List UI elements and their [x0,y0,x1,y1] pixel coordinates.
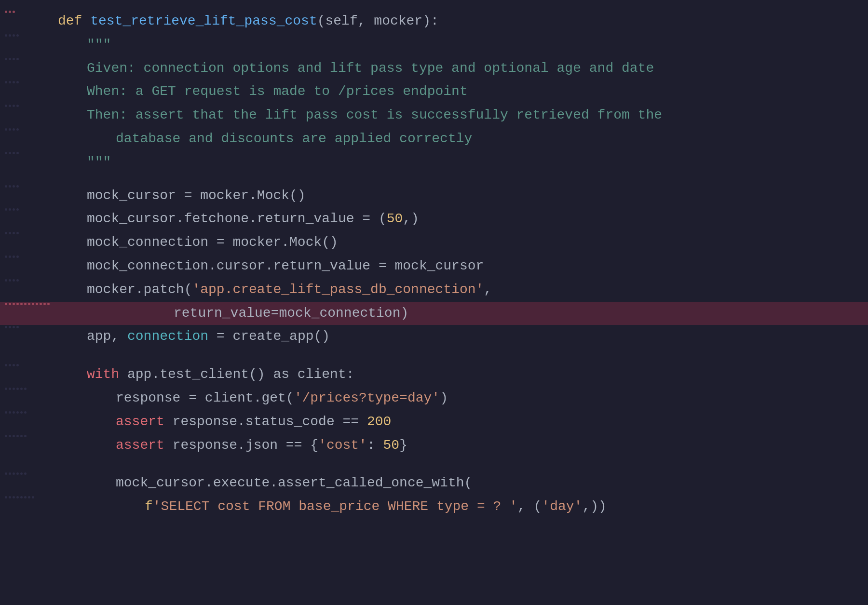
gutter-20 [0,496,58,498]
gutter-7 [0,152,58,154]
code-line-6: database and discounts are applied corre… [0,127,868,151]
code-line-4: When: a GET request is made to /prices e… [0,80,868,104]
line-content-13: return_value=mock_connection) [58,303,868,324]
line-content-6: database and discounts are applied corre… [58,128,868,150]
code-line-empty1 [0,175,868,184]
code-line-12: mocker.patch('app.create_lift_pass_db_co… [0,278,868,302]
code-line-9: mock_cursor.fetchone.return_value = (50,… [0,207,868,231]
code-line-16: response = client.get('/prices?type=day'… [0,387,868,410]
code-line-1: def test_retrieve_lift_pass_cost(self, m… [0,10,868,33]
code-line-empty3 [0,457,868,471]
gutter-19 [0,472,58,475]
line-content-10: mock_connection = mocker.Mock() [58,232,868,254]
gutter-17 [0,411,58,414]
code-line-13: return_value=mock_connection) [0,302,868,325]
code-line-3: Given: connection options and lift pass … [0,57,868,81]
code-line-20: f'SELECT cost FROM base_price WHERE type… [0,495,868,519]
line-content-16: response = client.get('/prices?type=day'… [58,388,868,409]
gutter-18 [0,435,58,437]
gutter-1 [0,11,58,13]
line-content-4: When: a GET request is made to /prices e… [58,81,868,103]
gutter-10 [0,232,58,234]
line-content-7: """ [58,152,868,174]
code-line-15: with app.test_client() as client: [0,363,868,387]
gutter-5 [0,105,58,107]
line-content-11: mock_connection.cursor.return_value = mo… [58,255,868,277]
line-content-20: f'SELECT cost FROM base_price WHERE type… [58,496,868,518]
gutter-11 [0,255,58,258]
code-line-8: mock_cursor = mocker.Mock() [0,184,868,208]
gutter-15 [0,364,58,366]
gutter-13 [0,303,58,305]
line-content-2: """ [58,34,868,56]
code-line-7: """ [0,151,868,175]
code-line-11: mock_connection.cursor.return_value = mo… [0,255,868,278]
gutter-9 [0,208,58,211]
line-content-8: mock_cursor = mocker.Mock() [58,185,868,207]
gutter-2 [0,34,58,37]
gutter-8 [0,185,58,188]
code-line-2: """ [0,33,868,57]
line-content-19: mock_cursor.execute.assert_called_once_w… [58,472,868,494]
line-content-3: Given: connection options and lift pass … [58,58,868,80]
gutter-14 [0,326,58,328]
line-content-14: app, connection = create_app() [58,326,868,348]
line-content-5: Then: assert that the lift pass cost is … [58,105,868,126]
line-content-18: assert response.json == {'cost': 50} [58,435,868,457]
gutter-12 [0,279,58,282]
line-content-9: mock_cursor.fetchone.return_value = (50,… [58,208,868,230]
line-content-17: assert response.status_code == 200 [58,411,868,433]
gutter-16 [0,388,58,390]
line-content-1: def test_retrieve_lift_pass_cost(self, m… [58,11,868,32]
line-content-15: with app.test_client() as client: [58,364,868,386]
line-content-12: mocker.patch('app.create_lift_pass_db_co… [58,279,868,301]
gutter-6 [0,128,58,131]
code-line-17: assert response.status_code == 200 [0,410,868,434]
code-line-18: assert response.json == {'cost': 50} [0,434,868,457]
gutter-3 [0,58,58,60]
code-line-14: app, connection = create_app() [0,325,868,349]
code-line-5: Then: assert that the lift pass cost is … [0,104,868,127]
code-line-19: mock_cursor.execute.assert_called_once_w… [0,471,868,495]
code-line-10: mock_connection = mocker.Mock() [0,231,868,255]
gutter-4 [0,81,58,83]
code-line-empty2 [0,349,868,363]
code-editor: def test_retrieve_lift_pass_cost(self, m… [0,0,868,605]
